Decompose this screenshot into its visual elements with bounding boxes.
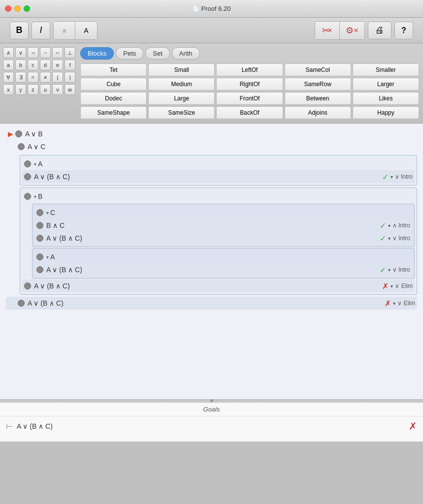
pred-happy[interactable]: Happy: [353, 106, 419, 119]
dropdown-arrow-7[interactable]: ▾: [388, 223, 390, 228]
key-y[interactable]: y: [15, 84, 26, 95]
key-notequals[interactable]: ≠: [40, 72, 51, 83]
key-implies[interactable]: →: [40, 47, 51, 58]
pred-between[interactable]: Between: [285, 92, 351, 105]
key-lparen[interactable]: (: [52, 72, 63, 83]
pred-adjoins[interactable]: Adjoins: [285, 106, 351, 119]
minimize-button[interactable]: [14, 5, 21, 12]
pred-sameshape[interactable]: SameShape: [80, 106, 147, 119]
key-rparen[interactable]: ): [65, 72, 75, 83]
pred-smaller[interactable]: Smaller: [353, 63, 419, 76]
key-f[interactable]: f: [65, 60, 75, 70]
goals-row[interactable]: ⊢ A ∨ (B ∧ C) ✗: [0, 416, 423, 436]
pred-likes[interactable]: Likes: [353, 92, 419, 105]
proof-row-5[interactable]: ▾ B: [22, 190, 415, 203]
pred-larger[interactable]: Larger: [353, 78, 419, 91]
key-not[interactable]: ¬: [28, 47, 38, 58]
pred-samecol[interactable]: SameCol: [285, 63, 351, 76]
proof-row-12[interactable]: A ∨ (B ∧ C) ✗ ▾ ∨ Elim: [6, 297, 417, 310]
key-b[interactable]: b: [15, 60, 26, 70]
x-overlay2: ✕: [354, 27, 358, 34]
row-formula-5: B: [38, 192, 413, 200]
row-bullet-11[interactable]: [24, 283, 31, 289]
key-a[interactable]: a: [3, 60, 14, 70]
pred-medium[interactable]: Medium: [148, 78, 215, 91]
proof-row-7[interactable]: B ∧ C ✓ ▾ ∧ Intro: [34, 219, 412, 232]
help-button[interactable]: ?: [394, 22, 413, 39]
subproof-box-2a: ▾ C B ∧ C ✓ ▾ ∧ Intro A ∨ (B ∧ C): [32, 204, 415, 247]
close-button[interactable]: [5, 5, 11, 12]
pred-leftof[interactable]: LeftOf: [216, 63, 283, 76]
pred-backof[interactable]: BackOf: [216, 106, 283, 119]
italic-button[interactable]: I: [32, 22, 50, 39]
dropdown-arrow-12[interactable]: ▾: [393, 301, 395, 306]
proof-row-11[interactable]: A ∨ (B ∧ C) ✗ ▾ ∨ Elim: [22, 280, 415, 292]
dropdown-arrow-4[interactable]: ▾: [390, 174, 393, 180]
small-text-button[interactable]: a: [54, 22, 75, 39]
proof-row-1[interactable]: ▶ A ∨ B: [6, 127, 417, 140]
action-button-1[interactable]: ✂ ✕: [315, 22, 340, 39]
pred-frontof[interactable]: FrontOf: [216, 92, 283, 105]
proof-row-4[interactable]: A ∨ (B ∧ C) ✓ ▾ ∨ Intro: [22, 170, 415, 183]
pred-small[interactable]: Small: [148, 63, 215, 76]
key-z[interactable]: z: [28, 84, 38, 95]
pred-dodec[interactable]: Dodec: [80, 92, 147, 105]
key-u[interactable]: u: [40, 84, 51, 95]
key-or[interactable]: ∨: [15, 47, 26, 58]
title-bar: 📄 Proof 6.20: [0, 0, 423, 18]
key-w[interactable]: w: [65, 84, 75, 95]
row-bullet[interactable]: [15, 130, 22, 137]
dropdown-arrow-10[interactable]: ▾: [388, 267, 390, 273]
row-bullet-4[interactable]: [24, 173, 31, 180]
key-iff[interactable]: ↔: [52, 47, 63, 58]
row-bullet-5[interactable]: [24, 193, 31, 200]
check-icon-7: ✓: [380, 221, 386, 230]
dropdown-arrow-11[interactable]: ▾: [390, 284, 393, 289]
pred-tet[interactable]: Tet: [80, 63, 147, 76]
tab-pets[interactable]: Pets: [116, 47, 143, 60]
proof-row-10[interactable]: A ∨ (B ∧ C) ✓ ▾ ∨ Intro: [34, 263, 412, 276]
row-bullet-2[interactable]: [18, 143, 25, 150]
proof-row-9[interactable]: ▾ A: [34, 251, 412, 263]
row-bullet-6[interactable]: [36, 209, 43, 216]
proof-row-8[interactable]: A ∨ (B ∧ C) ✓ ▾ ∨ Intro: [34, 232, 412, 245]
tab-set[interactable]: Set: [145, 47, 170, 60]
pred-samerow[interactable]: SameRow: [285, 78, 351, 91]
maximize-button[interactable]: [24, 5, 30, 12]
bold-button[interactable]: B: [10, 22, 29, 39]
proof-row-2[interactable]: A ∨ C: [6, 140, 417, 153]
tab-blocks[interactable]: Blocks: [80, 47, 114, 60]
key-and[interactable]: ∧: [3, 47, 14, 58]
action-button-2[interactable]: ⚙ ✕: [340, 22, 364, 39]
key-forall[interactable]: ∀: [3, 72, 14, 83]
print-button[interactable]: 🖨: [368, 22, 391, 39]
row-bullet-10[interactable]: [36, 266, 43, 273]
key-x[interactable]: x: [3, 84, 14, 95]
pred-cube[interactable]: Cube: [80, 78, 147, 91]
key-d[interactable]: d: [40, 60, 51, 70]
key-exists[interactable]: ∃: [15, 72, 26, 83]
large-text-button[interactable]: A: [75, 22, 97, 39]
tab-arith[interactable]: Arith: [172, 47, 200, 60]
row-bullet-12[interactable]: [18, 300, 25, 307]
pred-samesize[interactable]: SameSize: [148, 106, 215, 119]
text-size-pair: a A: [53, 21, 98, 40]
dropdown-arrow-8[interactable]: ▾: [388, 236, 390, 241]
check-icon-8: ✓: [380, 234, 386, 243]
row-formula-11: A ∨ (B ∧ C): [34, 282, 382, 290]
pred-rightof[interactable]: RightOf: [216, 78, 283, 91]
key-e[interactable]: e: [52, 60, 63, 70]
goals-cross-icon: ✗: [409, 420, 417, 432]
row-bullet-7[interactable]: [36, 222, 43, 229]
proof-row-6[interactable]: ▾ C: [34, 206, 412, 219]
key-v[interactable]: v: [52, 84, 63, 95]
proof-area[interactable]: ▶ A ∨ B A ∨ C ▾ A A ∨ (B ∧ C) ✓ ▾: [0, 124, 423, 399]
row-bullet-8[interactable]: [36, 235, 43, 242]
key-bottom[interactable]: ⊥: [65, 47, 75, 58]
proof-row-3[interactable]: ▾ A: [22, 158, 415, 170]
pred-large[interactable]: Large: [148, 92, 215, 105]
row-bullet-3[interactable]: [24, 160, 31, 167]
key-c[interactable]: c: [28, 60, 38, 70]
key-equals[interactable]: =: [28, 72, 38, 83]
row-bullet-9[interactable]: [36, 253, 43, 260]
